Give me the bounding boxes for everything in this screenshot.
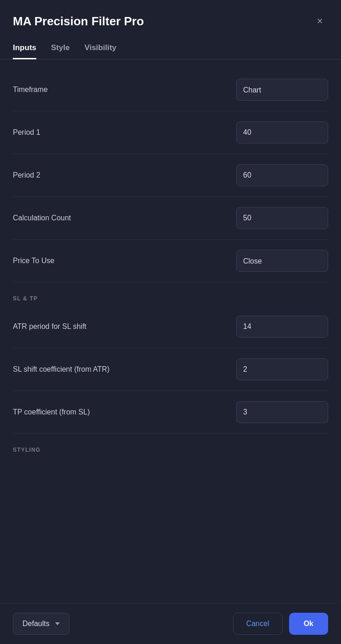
calculation-count-label: Calculation Count (13, 214, 71, 222)
tab-visibility[interactable]: Visibility (85, 39, 117, 59)
defaults-label: Defaults (23, 620, 50, 628)
price-to-use-label: Price To Use (13, 257, 54, 265)
period1-label: Period 1 (13, 128, 40, 137)
timeframe-select-wrapper[interactable]: Chart 1m 5m 15m 30m 1h 4h 1D 1W (236, 79, 328, 101)
dialog-footer: Defaults Cancel Ok (0, 603, 341, 644)
calculation-count-row: Calculation Count (13, 197, 328, 240)
sl-shift-coeff-label: SL shift coefficient (from ATR) (13, 365, 109, 374)
dialog: MA Precision Filter Pro × Inputs Style V… (0, 0, 341, 644)
dialog-header: MA Precision Filter Pro × (0, 0, 341, 39)
tp-coeff-row: TP coefficient (from SL) (13, 391, 328, 434)
content-area: Timeframe Chart 1m 5m 15m 30m 1h 4h 1D 1… (0, 59, 341, 603)
tab-inputs[interactable]: Inputs (13, 39, 36, 59)
ok-button[interactable]: Ok (289, 613, 328, 635)
styling-section-header: STYLING (13, 434, 328, 457)
atr-period-label: ATR period for SL shift (13, 322, 86, 331)
sl-shift-coeff-input[interactable] (236, 358, 328, 380)
cancel-button[interactable]: Cancel (233, 613, 283, 635)
tab-style[interactable]: Style (51, 39, 70, 59)
period2-input[interactable] (236, 164, 328, 186)
timeframe-row: Timeframe Chart 1m 5m 15m 30m 1h 4h 1D 1… (13, 69, 328, 111)
period1-row: Period 1 (13, 111, 328, 154)
timeframe-label: Timeframe (13, 86, 48, 94)
period2-label: Period 2 (13, 171, 40, 179)
period2-row: Period 2 (13, 154, 328, 197)
price-to-use-row: Price To Use Close Open High Low HL2 HLC… (13, 240, 328, 282)
dialog-title: MA Precision Filter Pro (13, 14, 144, 29)
price-to-use-select[interactable]: Close Open High Low HL2 HLC3 OHLC4 (237, 250, 328, 271)
defaults-button[interactable]: Defaults (13, 613, 69, 635)
sl-shift-coeff-row: SL shift coefficient (from ATR) (13, 348, 328, 391)
price-to-use-select-wrapper[interactable]: Close Open High Low HL2 HLC3 OHLC4 (236, 250, 328, 272)
timeframe-select[interactable]: Chart 1m 5m 15m 30m 1h 4h 1D 1W (237, 79, 328, 100)
footer-actions: Cancel Ok (233, 613, 328, 635)
defaults-chevron-icon (55, 622, 60, 625)
close-button[interactable]: × (312, 13, 328, 29)
tabs-bar: Inputs Style Visibility (0, 39, 341, 59)
atr-period-input[interactable] (236, 316, 328, 338)
tp-coeff-input[interactable] (236, 401, 328, 423)
atr-period-row: ATR period for SL shift (13, 305, 328, 348)
sl-tp-section-header: SL & TP (13, 282, 328, 305)
calculation-count-input[interactable] (236, 207, 328, 229)
tp-coeff-label: TP coefficient (from SL) (13, 408, 90, 416)
period1-input[interactable] (236, 121, 328, 144)
